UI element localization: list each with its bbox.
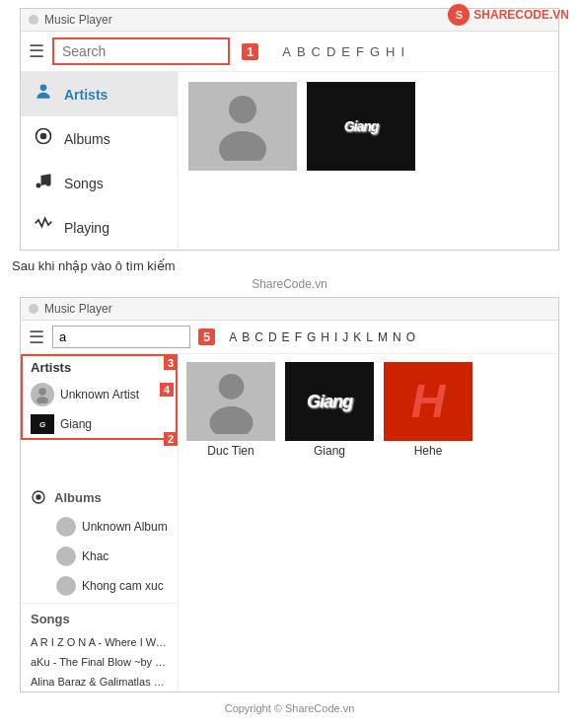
dropdown-artists-title: Artists xyxy=(23,356,176,379)
album-icon xyxy=(33,126,54,151)
bottom-section: Music Player ☰ 5 A B C D E F G H I J K L xyxy=(20,297,559,692)
hamburger-icon[interactable]: ☰ xyxy=(29,40,44,62)
b-alpha-c[interactable]: C xyxy=(254,330,263,344)
search-input[interactable] xyxy=(52,37,230,65)
alpha-c[interactable]: C xyxy=(312,44,321,59)
unknown-artist-name: Unknown Artist xyxy=(60,388,139,401)
sharecode-logo: SHARECODE.VN xyxy=(473,8,569,22)
svg-point-5 xyxy=(229,96,256,123)
bottom-alpha-bar: A B C D E F G H I J K L M N O xyxy=(223,328,419,346)
giang-thumb-b: Giang xyxy=(285,362,374,441)
album-unknown-thumb xyxy=(56,517,76,537)
svg-point-11 xyxy=(218,374,244,400)
annotation-4-num: 4 xyxy=(160,383,174,397)
dropdown-giang[interactable]: G Giang xyxy=(23,410,176,438)
bottom-body: Artists 3 Unknown Artist xyxy=(21,354,558,692)
giang-name: Giang xyxy=(60,417,92,431)
artist-duc-tien[interactable]: Duc Tien xyxy=(186,362,275,458)
b-alpha-h[interactable]: H xyxy=(321,330,329,344)
alpha-h[interactable]: H xyxy=(386,44,395,59)
song-item-2[interactable]: Alina Baraz & Galimatlas - Fantas xyxy=(21,672,178,692)
b-alpha-f[interactable]: F xyxy=(295,330,302,344)
bottom-wrapper: Music Player ☰ 5 A B C D E F G H I J K L xyxy=(10,297,569,718)
nav-albums[interactable]: Albums xyxy=(21,116,178,161)
b-alpha-m[interactable]: M xyxy=(378,330,388,344)
dropdown-unknown-artist[interactable]: Unknown Artist 4 xyxy=(23,379,176,410)
bottom-window-dot xyxy=(29,304,38,314)
hehe-thumb: H xyxy=(384,362,472,441)
bottom-nav-section: Albums Unknown Album Khac Khong cam xuc xyxy=(21,482,178,692)
album-unknown-name: Unknown Album xyxy=(82,520,168,534)
svg-point-3 xyxy=(36,183,41,188)
artist-card-1[interactable] xyxy=(188,82,297,240)
nav-playing[interactable]: Playing xyxy=(21,205,178,250)
album-khong[interactable]: Khong cam xuc xyxy=(21,571,178,601)
album-khac-name: Khac xyxy=(82,549,109,563)
annotation-2-num: 2 xyxy=(164,432,178,446)
b-alpha-n[interactable]: N xyxy=(393,330,401,344)
bottom-hamburger-icon[interactable]: ☰ xyxy=(29,327,44,348)
top-header: ☰ 1 A B C D E F G H I xyxy=(21,32,558,72)
alpha-g[interactable]: G xyxy=(370,44,380,59)
svg-point-7 xyxy=(38,388,46,396)
album-khac[interactable]: Khac xyxy=(21,542,178,571)
b-alpha-d[interactable]: D xyxy=(268,330,277,344)
watermark-top: ShareCode.vn xyxy=(0,277,579,291)
giang-logo-text: Giang xyxy=(344,120,379,133)
artist-thumb-2: Giang xyxy=(307,82,415,171)
nav-artists[interactable]: Artists xyxy=(21,72,178,116)
top-main-content: Giang xyxy=(179,72,558,250)
autocomplete-dropdown: Artists 3 Unknown Artist xyxy=(21,354,178,440)
annotation-3-num: 3 xyxy=(164,356,178,370)
alpha-b[interactable]: B xyxy=(297,44,306,59)
b-alpha-b[interactable]: B xyxy=(242,330,250,344)
alpha-bar-top: A B C D E F G H I xyxy=(274,40,412,63)
albums-nav-item[interactable]: Albums xyxy=(21,482,178,512)
artist-icon xyxy=(33,82,54,107)
top-section: Music Player ☰ 1 A B C D E F G H I xyxy=(20,8,559,251)
album-unknown[interactable]: Unknown Album xyxy=(21,512,178,542)
songs-nav-label: Songs xyxy=(21,606,178,632)
annotation-5-label: 5 xyxy=(198,328,215,345)
bottom-search-input[interactable] xyxy=(52,326,190,348)
top-body: Artists Albums Songs xyxy=(21,72,558,250)
b-alpha-a[interactable]: A xyxy=(229,330,237,344)
album-khong-thumb xyxy=(56,576,76,596)
songs-icon xyxy=(33,171,54,195)
bottom-header: ☰ 5 A B C D E F G H I J K L M N O xyxy=(21,321,558,354)
nav-songs[interactable]: Songs xyxy=(21,161,178,205)
album-khong-name: Khong cam xuc xyxy=(82,579,164,593)
bottom-sidebar: Artists 3 Unknown Artist xyxy=(21,354,179,692)
b-alpha-o[interactable]: O xyxy=(406,330,415,344)
alpha-d[interactable]: D xyxy=(326,44,335,59)
b-alpha-l[interactable]: L xyxy=(366,330,373,344)
alpha-a[interactable]: A xyxy=(282,44,291,59)
svg-point-2 xyxy=(41,134,46,139)
svg-point-8 xyxy=(36,397,48,403)
window-dot xyxy=(29,15,38,25)
alpha-f[interactable]: F xyxy=(356,44,364,59)
b-alpha-g[interactable]: G xyxy=(307,330,316,344)
nav-songs-label: Songs xyxy=(64,176,104,191)
alpha-e[interactable]: E xyxy=(341,44,350,59)
nav-albums-label: Albums xyxy=(64,131,110,147)
b-alpha-k[interactable]: K xyxy=(353,330,361,344)
artist-thumb-1 xyxy=(188,82,297,171)
duc-tien-thumb xyxy=(186,362,275,441)
b-alpha-i[interactable]: I xyxy=(334,330,337,344)
b-alpha-j[interactable]: J xyxy=(342,330,348,344)
dropdown-items-wrapper: Unknown Artist 4 G Giang 2 xyxy=(23,379,176,438)
artist-hehe[interactable]: H Hehe xyxy=(384,362,472,458)
artist-card-2[interactable]: Giang xyxy=(307,82,415,240)
b-alpha-e[interactable]: E xyxy=(282,330,290,344)
hehe-h-char: H xyxy=(411,378,446,425)
svg-point-10 xyxy=(36,495,40,499)
artists-grid: Duc Tien Giang Giang H Hehe xyxy=(186,362,550,458)
artist-giang[interactable]: Giang Giang xyxy=(285,362,374,458)
song-item-1[interactable]: aKu - The Final Blow ~by aKu [so xyxy=(21,652,178,672)
albums-nav-label: Albums xyxy=(54,490,102,505)
svg-point-12 xyxy=(209,406,253,434)
song-item-0[interactable]: A R I Z O N A - Where I Wanna B xyxy=(21,632,178,652)
alpha-i[interactable]: I xyxy=(401,44,405,59)
bottom-main-content: Duc Tien Giang Giang H Hehe xyxy=(179,354,558,692)
